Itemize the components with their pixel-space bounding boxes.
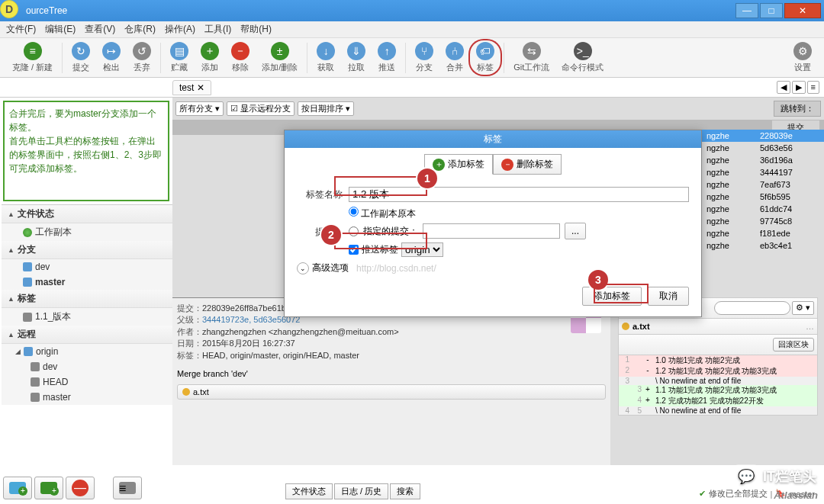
menu-action[interactable]: 操作(A) <box>165 23 195 36</box>
commit-row[interactable]: ngzhe3444197 <box>702 166 824 178</box>
tree-tags[interactable]: ▲标签 <box>2 290 172 308</box>
menu-bar: 文件(F) 编辑(E) 查看(V) 仓库(R) 操作(A) 工具(I) 帮助(H… <box>0 21 824 38</box>
commit-details: 提交：228039e26ff8a7be61b4ec62755d977c79ba9… <box>172 297 610 465</box>
specified-commit-input[interactable] <box>423 223 560 239</box>
toolbar-提交[interactable]: ↻提交 <box>66 40 96 75</box>
step1-badge: 1 <box>417 169 437 188</box>
commit-row[interactable]: ngzhe228039e <box>702 130 824 142</box>
repo-tab[interactable]: test ✕ <box>172 80 211 95</box>
step2-box <box>334 233 427 249</box>
tree-workingcopy[interactable]: 工作副本 <box>2 223 172 241</box>
new-folder-button[interactable] <box>34 477 63 499</box>
toolbar-检出[interactable]: ↦检出 <box>96 40 127 75</box>
tree-branch-dev[interactable]: dev <box>2 259 172 274</box>
toolbar-获取[interactable]: ↓获取 <box>311 40 341 75</box>
toolbar-克隆 / 新建[interactable]: ≡克隆 / 新建 <box>6 40 59 75</box>
left-column: 合并完后，要为master分支添加一个标签。首先单击工具栏的标签按钮，在弹出的标… <box>0 98 172 465</box>
watermark-url: http://blog.csdn.net/ <box>356 263 436 274</box>
tab-search[interactable]: 搜索 <box>390 483 420 499</box>
tab-delete-tag[interactable]: － 删除标签 <box>493 154 562 175</box>
commit-row[interactable]: ngzhe5d63e56 <box>702 142 824 154</box>
tree-origin[interactable]: ◢origin <box>2 344 172 359</box>
diff-line: 2-1.2 功能1完成 功能2完成 功能3完成 <box>619 366 817 377</box>
filter-sort[interactable]: 按日期排序 ▾ <box>298 101 354 116</box>
file-modified-icon <box>182 388 190 396</box>
menu-view[interactable]: 查看(V) <box>85 23 115 36</box>
radio-working-copy[interactable] <box>349 207 359 217</box>
close-button[interactable]: ✕ <box>784 3 821 18</box>
toolbar-分支[interactable]: ⑂分支 <box>409 40 439 75</box>
tab-history[interactable]: 日志 / 历史 <box>334 483 388 499</box>
bottom-left-buttons: — ≡ <box>3 477 142 499</box>
rollback-button[interactable]: 回滚区块 <box>773 338 814 352</box>
wechat-icon: 💬 <box>734 464 758 489</box>
tree-origin-master[interactable]: master <box>2 390 172 405</box>
toolbar-添加[interactable]: ＋添加 <box>195 40 225 75</box>
tree-branches[interactable]: ▲分支 <box>2 241 172 259</box>
commit-row[interactable]: ngzhe36d196a <box>702 154 824 166</box>
advanced-toggle[interactable]: ⌄ <box>297 262 309 274</box>
commit-row[interactable]: ngzhe61ddc74 <box>702 203 824 215</box>
repo-tab-label: test <box>179 82 194 93</box>
diff-line: 45 \ No newline at end of file <box>619 406 817 415</box>
diff-search[interactable] <box>714 301 790 315</box>
list-mode-button[interactable]: ≡ <box>113 477 142 499</box>
toolbar-移除[interactable]: －移除 <box>225 40 256 75</box>
new-repo-button[interactable] <box>3 477 32 499</box>
tag-modal: 标签 ＋ 添加标签 － 删除标签 标签名称 提交： 工作副本原本 指定的提交： … <box>284 130 702 317</box>
browse-commit-button[interactable]: ... <box>565 223 586 239</box>
commit-message: Merge branch 'dev' <box>177 369 606 378</box>
step2-badge: 2 <box>321 225 341 245</box>
commit-row[interactable]: ngzhe5f6b595 <box>702 191 824 203</box>
details-file[interactable]: a.txt <box>177 384 606 400</box>
window-title: ourceTree <box>26 5 67 16</box>
instructions-box: 合并完后，要为master分支添加一个标签。首先单击工具栏的标签按钮，在弹出的标… <box>3 101 169 201</box>
commit-row[interactable]: ngzhe7eaf673 <box>702 178 824 191</box>
tree-origin-head[interactable]: HEAD <box>2 374 172 390</box>
filter-branch[interactable]: 所有分支 ▾ <box>175 101 224 116</box>
diff-settings-icon[interactable]: ⚙ ▾ <box>792 301 814 315</box>
filter-remote[interactable]: ☑ 显示远程分支 <box>227 101 295 116</box>
diff-filename: a.txt <box>632 322 650 331</box>
nav-fwd[interactable]: ▶ <box>792 81 806 94</box>
menu-help[interactable]: 帮助(H) <box>240 23 272 36</box>
bottom-tabs: 文件状态 日志 / 历史 搜索 <box>285 483 420 499</box>
toolbar-丢弃[interactable]: ↺丢弃 <box>127 40 157 75</box>
menu-repo[interactable]: 仓库(R) <box>124 23 156 36</box>
menu-tools[interactable]: 工具(I) <box>204 23 231 36</box>
nav-menu[interactable]: ≡ <box>807 81 819 94</box>
close-tab-icon[interactable]: ✕ <box>197 82 204 93</box>
delete-button[interactable]: — <box>66 477 95 499</box>
tree-origin-dev[interactable]: dev <box>2 359 172 374</box>
toolbar-命令行模式[interactable]: >_命令行模式 <box>555 40 610 75</box>
tree-branch-master[interactable]: master <box>2 274 172 290</box>
commit-row[interactable]: ngzhe97745c8 <box>702 215 824 227</box>
toolbar-settings[interactable]: ⚙设置 <box>787 40 818 75</box>
toolbar-合并[interactable]: ⑃合并 <box>439 40 470 75</box>
cancel-button[interactable]: 取消 <box>648 287 689 306</box>
jump-to[interactable]: 跳转到： <box>774 101 821 117</box>
title-bar: D ourceTree — □ ✕ <box>0 0 824 21</box>
commit-list: ngzhe228039engzhe5d63e56ngzhe36d196angzh… <box>702 130 824 252</box>
toolbar-添加/删除[interactable]: ±添加/删除 <box>256 40 304 75</box>
toolbar-推送[interactable]: ↑推送 <box>372 40 402 75</box>
tree-remotes[interactable]: ▲远程 <box>2 326 172 344</box>
commit-row[interactable]: ngzhef181ede <box>702 227 824 239</box>
maximize-button[interactable]: □ <box>760 3 783 18</box>
filter-bar: 所有分支 ▾ ☑ 显示远程分支 按日期排序 ▾ 跳转到： <box>172 98 824 120</box>
commit-row[interactable]: ngzheeb3c4e1 <box>702 239 824 252</box>
toolbar-拉取[interactable]: ⇓拉取 <box>341 40 372 75</box>
modal-title: 标签 <box>285 130 701 148</box>
toolbar-贮藏[interactable]: ▤贮藏 <box>164 40 195 75</box>
tree-tag-11[interactable]: 1.1_版本 <box>2 308 172 326</box>
tree-filestate[interactable]: ▲文件状态 <box>2 205 172 223</box>
minimize-button[interactable]: — <box>735 3 758 18</box>
tab-filestate[interactable]: 文件状态 <box>285 483 333 499</box>
menu-edit[interactable]: 编辑(E) <box>45 23 76 36</box>
menu-file[interactable]: 文件(F) <box>6 23 36 36</box>
advanced-label: 高级选项 <box>312 262 349 274</box>
toolbar-Git工作流[interactable]: ⇆Git工作流 <box>507 40 555 75</box>
toolbar-标签[interactable]: 🏷标签 <box>470 40 501 75</box>
nav-back[interactable]: ◀ <box>777 81 790 94</box>
diff-line: 3+1.1 功能1完成 功能2完成 功能3完成 <box>619 385 817 396</box>
